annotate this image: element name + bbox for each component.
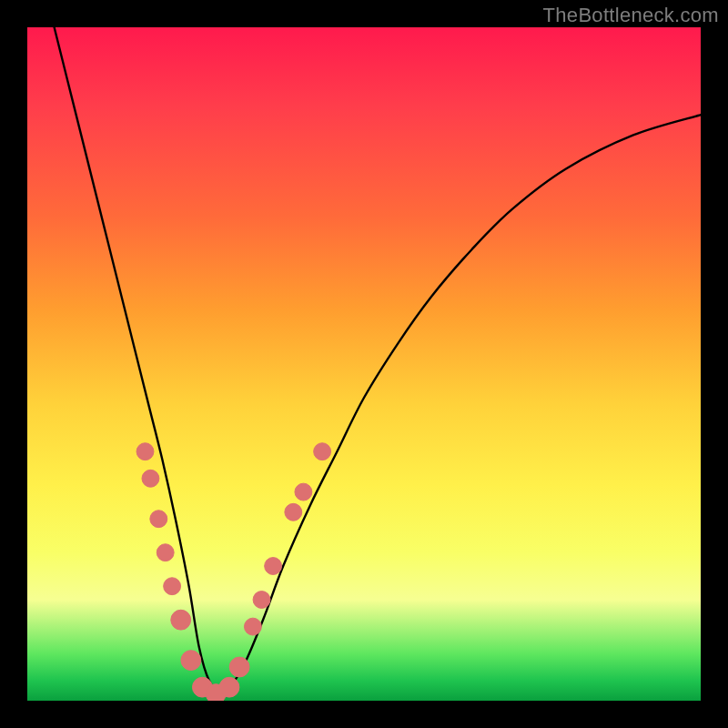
curve-marker — [150, 511, 167, 528]
curve-marker — [295, 483, 312, 500]
curve-marker — [265, 558, 282, 575]
curve-marker — [142, 470, 159, 487]
curve-marker — [136, 443, 154, 460]
chart-svg — [27, 27, 701, 701]
curve-marker — [164, 578, 181, 595]
curve-markers — [136, 443, 331, 701]
curve-marker — [181, 651, 201, 671]
curve-marker — [229, 657, 249, 677]
curve-marker — [285, 503, 302, 521]
watermark-text: TheBottleneck.com — [543, 4, 719, 27]
plot-area — [27, 27, 701, 701]
chart-stage: TheBottleneck.com — [0, 0, 728, 728]
curve-marker — [253, 592, 270, 609]
curve-marker — [219, 677, 239, 697]
curve-marker — [244, 618, 261, 635]
curve-marker — [314, 443, 331, 460]
curve-marker — [157, 544, 174, 561]
curve-marker — [171, 610, 191, 630]
bottleneck-curve — [55, 27, 701, 694]
